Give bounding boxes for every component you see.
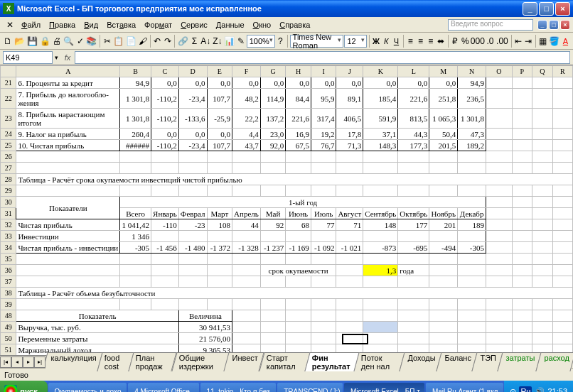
cell[interactable]: 71,3 [336,140,363,151]
cell[interactable] [512,129,532,140]
help-icon[interactable]: ? [276,34,285,48]
col-header[interactable]: L [398,66,429,77]
cell[interactable]: 4,4 [232,129,261,140]
sheet-tab[interactable]: затраты [497,352,541,371]
draw-icon[interactable]: ✎ [236,34,245,48]
align-right-icon[interactable]: ≡ [426,34,435,48]
sheet-tab[interactable]: расход [535,352,573,371]
cell[interactable] [552,77,572,89]
tab-nav-last[interactable]: ▸| [34,356,45,368]
maximize-button[interactable]: □ [539,2,554,16]
cell[interactable]: 107,7 [207,140,232,151]
spell-icon[interactable]: ✓ [75,34,85,48]
cell[interactable] [532,109,552,129]
cell[interactable]: 137,2 [260,109,286,129]
currency-icon[interactable]: ₽ [450,34,459,48]
cell[interactable]: 7. Прибыль до налогообло-жения [16,89,120,109]
col-header[interactable]: I [311,66,336,77]
sort-desc-icon[interactable]: Z↓ [212,34,223,48]
cell[interactable]: 47,3 [458,129,486,140]
namebox-dropdown-icon[interactable]: ▾ [53,54,60,61]
merge-icon[interactable]: ⬌ [436,34,445,48]
col-header[interactable]: J [336,66,363,77]
row-header[interactable]: 25 [1,140,16,151]
cell[interactable]: 19,2 [311,129,336,140]
menu-insert[interactable]: Вставка [102,19,140,31]
taskbar-button[interactable]: 4 Microsoft Office ... [128,383,198,392]
col-header[interactable]: G [260,66,286,77]
cell[interactable]: 76,7 [311,140,336,151]
cell[interactable]: 92,0 [260,140,286,151]
cell[interactable]: 37,1 [363,129,398,140]
doc-close[interactable]: × [560,20,570,30]
cell[interactable] [512,109,532,129]
sheet-tab[interactable]: План продаж [129,352,177,371]
cell[interactable] [552,140,572,151]
cell[interactable]: 0,0 [178,77,207,89]
cell[interactable]: 48,2 [232,89,261,109]
cell[interactable]: 251,8 [429,89,458,109]
col-header[interactable]: B [120,66,151,77]
cell[interactable] [512,140,532,151]
worksheet-grid[interactable]: ABCDEFGHIJKLMNOPQR216. Проценты за креди… [0,65,573,355]
cell[interactable]: 0,0 [286,77,311,89]
cell[interactable] [486,129,512,140]
col-header[interactable]: K [363,66,398,77]
cell[interactable]: 201,5 [429,140,458,151]
taskbar-button[interactable]: Mail.Ru Агент (1 вкл... [426,383,503,392]
align-center-icon[interactable]: ≡ [416,34,425,48]
cell[interactable] [486,109,512,129]
cell[interactable]: ###### [120,140,151,151]
cell[interactable]: 0,0 [207,129,232,140]
font-select[interactable]: Times New Roman [290,35,344,48]
cell[interactable]: 148,3 [363,140,398,151]
col-header[interactable]: R [552,66,572,77]
taskbar-button[interactable]: 11. tokio - Кто я без... [200,383,277,392]
taskbar-button[interactable]: Окупаемость и дохо... [48,383,127,392]
cell[interactable]: 16,9 [286,129,311,140]
sort-asc-icon[interactable]: A↓ [200,34,211,48]
outdent-icon[interactable]: ⇤ [513,34,523,48]
cell[interactable]: 1 065,3 [429,109,458,129]
cell[interactable]: 0,0 [207,77,232,89]
cell[interactable]: 591,9 [363,109,398,129]
cell[interactable] [512,89,532,109]
cell[interactable]: 0,0 [151,129,179,140]
cell[interactable] [532,89,552,109]
cell[interactable]: 0,0 [398,77,429,89]
clock[interactable]: 21:53 [547,387,567,392]
cell[interactable]: 9. Налог на прибыль [16,129,120,140]
cell[interactable]: 94,9 [458,77,486,89]
painter-icon[interactable]: 🖌 [138,34,148,48]
tab-nav-prev[interactable]: ◂ [11,356,23,368]
table1-title[interactable]: Таблица - Расчёт срока окупаемости инвес… [16,174,573,185]
cell[interactable]: 50,4 [429,129,458,140]
cell[interactable]: 185,4 [363,89,398,109]
cell[interactable] [512,77,532,89]
cell[interactable]: 221,6 [286,109,311,129]
taskbar-button[interactable]: TRANSCEND (J:) [277,383,343,392]
sheet-tab[interactable]: Поток ден нал [353,352,405,371]
tray-icon[interactable]: 🔊 [535,387,545,393]
fx-button[interactable]: fx [60,51,75,64]
fill-icon[interactable]: 🪣 [548,34,560,48]
cell[interactable]: 1 301,8 [458,109,486,129]
minimize-button[interactable]: _ [523,2,537,16]
doc-max[interactable]: □ [549,20,559,30]
cell[interactable]: 406,5 [336,109,363,129]
cell[interactable]: -25,9 [207,109,232,129]
cell[interactable]: 0,0 [429,77,458,89]
row-header[interactable]: 21 [1,77,16,89]
cell[interactable]: 189,2 [458,140,486,151]
bold-icon[interactable]: Ж [371,34,380,48]
menu-view[interactable]: Вид [80,19,102,31]
cell[interactable]: 6. Проценты за кредит [16,77,120,89]
col-header[interactable]: H [286,66,311,77]
cell[interactable]: 84,4 [286,89,311,109]
start-button[interactable]: пуск [0,381,48,392]
tray-lang-icon[interactable]: Ru [519,386,532,392]
cell[interactable]: -110,2 [151,109,179,129]
table2-title[interactable]: Таблица - Расчёт объема безубыточности [16,288,573,299]
system-tray[interactable]: ⊙ Ru 🔊 21:53 [504,381,573,392]
cell[interactable]: 114,9 [260,89,286,109]
